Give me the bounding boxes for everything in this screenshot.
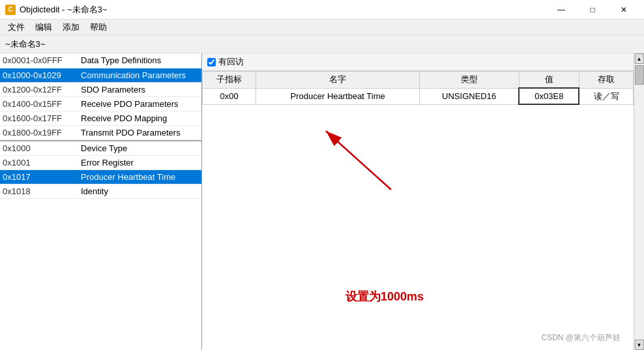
left-wrapper: 0x0001-0x0FFF Data Type Definitions 0x10… (0, 53, 201, 350)
col-header-access: 存取 (579, 72, 633, 89)
tree-row-0[interactable]: 0x0001-0x0FFF Data Type Definitions (0, 53, 201, 68)
maximize-button[interactable]: □ (578, 0, 607, 20)
app-icon: C (5, 5, 16, 15)
huifang-checkbox[interactable] (207, 58, 216, 66)
title-bar: C Objdictedit - ~未命名3~ — □ ✕ (0, 0, 644, 20)
window-title: Objdictedit - ~未命名3~ (20, 4, 107, 16)
close-button[interactable]: ✕ (609, 0, 639, 20)
cell-access: 读／写 (579, 88, 633, 104)
subtree-label-0: Device Type (78, 141, 201, 156)
tree-label-3: Receive PDO Parameters (78, 96, 201, 111)
menu-bar: 文件 编辑 添加 帮助 (0, 20, 644, 35)
tree-row-3[interactable]: 0x1400-0x15FF Receive PDO Parameters (0, 96, 201, 111)
scroll-up-button[interactable]: ▲ (635, 53, 644, 64)
tree-label-5: Transmit PDO Parameters (78, 125, 201, 139)
tree-row-5[interactable]: 0x1800-0x19FF Transmit PDO Parameters (0, 125, 201, 139)
breadcrumb: ~未命名3~ (5, 38, 45, 50)
svg-line-1 (326, 131, 391, 190)
title-bar-left: C Objdictedit - ~未命名3~ (5, 4, 107, 16)
tree-range-0: 0x0001-0x0FFF (0, 53, 78, 68)
bottom-tree-table: 0x1000 Device Type 0x1001 Error Register… (0, 141, 201, 199)
subtree-index-1: 0x1001 (0, 156, 78, 170)
tree-range-3: 0x1400-0x15FF (0, 96, 78, 111)
subtree-index-0: 0x1000 (0, 141, 78, 156)
subtree-row-2[interactable]: 0x1017 Producer Heartbeat Time (0, 170, 201, 184)
tree-range-1: 0x1000-0x1029 (0, 68, 78, 82)
menu-file[interactable]: 文件 (3, 20, 30, 35)
tree-range-2: 0x1200-0x12FF (0, 82, 78, 96)
right-panel: 有回访 子指标 名字 类型 值 存取 0x00 Producer Heartbe… (202, 53, 634, 350)
data-table: 子指标 名字 类型 值 存取 0x00 Producer Heartbeat T… (202, 71, 634, 105)
subtree-index-2: 0x1017 (0, 170, 78, 184)
checkbox-row: 有回访 (202, 53, 634, 71)
annotation-area: 设置为1000ms CSDN @第六个葫芦娃 (202, 105, 634, 350)
cell-value[interactable]: 0x03E8 (519, 88, 579, 104)
title-bar-controls: — □ ✕ (546, 0, 639, 20)
tree-label-1: Communication Parameters (78, 68, 201, 82)
col-header-type: 类型 (419, 72, 519, 89)
scroll-thumb[interactable] (635, 65, 644, 85)
tree-label-2: SDO Parameters (78, 82, 201, 96)
subtree-index-3: 0x1018 (0, 184, 78, 199)
minimize-button[interactable]: — (546, 0, 576, 20)
arrow-svg (287, 118, 417, 196)
menu-help[interactable]: 帮助 (85, 20, 112, 35)
tree-label-4: Receive PDO Mapping (78, 111, 201, 125)
col-header-name: 名字 (256, 72, 420, 89)
tree-range-4: 0x1600-0x17FF (0, 111, 78, 125)
tree-row-4[interactable]: 0x1600-0x17FF Receive PDO Mapping (0, 111, 201, 125)
menu-add[interactable]: 添加 (57, 20, 85, 35)
toolbar: ~未命名3~ (0, 35, 644, 53)
tree-row-2[interactable]: 0x1200-0x12FF SDO Parameters (0, 82, 201, 96)
cell-subindex: 0x00 (203, 88, 256, 104)
top-tree-table: 0x0001-0x0FFF Data Type Definitions 0x10… (0, 53, 201, 140)
col-header-subindex: 子指标 (203, 72, 256, 89)
col-header-value: 值 (519, 72, 579, 89)
table-header-row: 子指标 名字 类型 值 存取 (203, 72, 634, 89)
subtree-row-0[interactable]: 0x1000 Device Type (0, 141, 201, 156)
table-row[interactable]: 0x00 Producer Heartbeat Time UNSIGNED16 … (203, 88, 634, 104)
scrollbar[interactable]: ▲ ▼ (634, 53, 644, 350)
checkbox-label: 有回访 (218, 56, 244, 68)
scroll-down-button[interactable]: ▼ (635, 340, 644, 350)
subtree-row-1[interactable]: 0x1001 Error Register (0, 156, 201, 170)
subtree-label-1: Error Register (78, 156, 201, 170)
subtree-row-3[interactable]: 0x1018 Identity (0, 184, 201, 199)
subtree-label-2: Producer Heartbeat Time (78, 170, 201, 184)
subtree-label-3: Identity (78, 184, 201, 199)
left-bottom-tree: 0x1000 Device Type 0x1001 Error Register… (0, 140, 201, 351)
tree-label-0: Data Type Definitions (78, 53, 201, 68)
annotation-text: 设置为1000ms (345, 289, 424, 304)
menu-edit[interactable]: 编辑 (30, 20, 57, 35)
cell-name: Producer Heartbeat Time (256, 88, 420, 104)
tree-range-5: 0x1800-0x19FF (0, 125, 78, 139)
tree-row-1[interactable]: 0x1000-0x1029 Communication Parameters (0, 68, 201, 82)
left-top-tree: 0x0001-0x0FFF Data Type Definitions 0x10… (0, 53, 201, 140)
cell-type: UNSIGNED16 (419, 88, 519, 104)
main-content: 0x0001-0x0FFF Data Type Definitions 0x10… (0, 53, 644, 350)
watermark: CSDN @第六个葫芦娃 (541, 332, 621, 343)
left-panel: 0x0001-0x0FFF Data Type Definitions 0x10… (0, 53, 202, 350)
